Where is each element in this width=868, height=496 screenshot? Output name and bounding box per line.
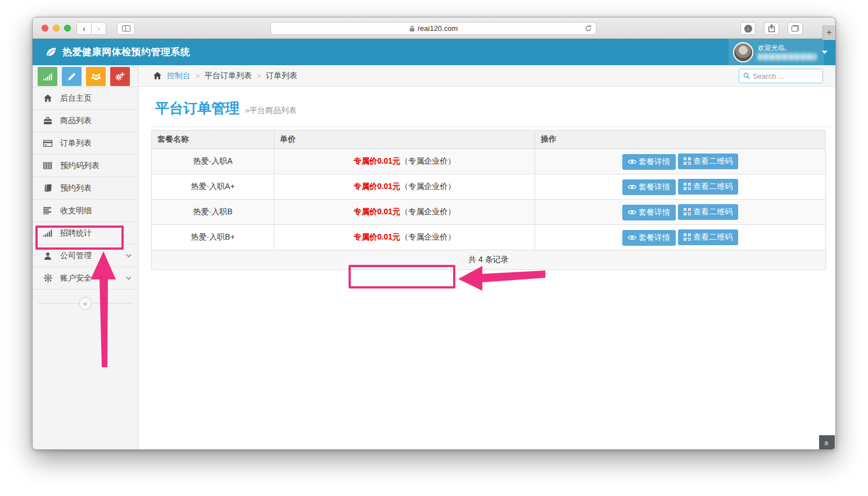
quick-button-settings[interactable] <box>110 67 130 86</box>
cell-package-name: 热爱·入职B+ <box>152 225 274 250</box>
credit-card-icon <box>43 140 53 147</box>
sidebar-collapse-button[interactable]: « <box>79 297 92 310</box>
section-divider <box>151 127 830 127</box>
user-icon <box>43 252 53 260</box>
price-note: （专属企业价） <box>400 182 455 191</box>
record-count: 共 4 条记录 <box>152 250 826 270</box>
quick-button-members[interactable] <box>86 67 106 86</box>
minimize-window-button[interactable] <box>53 25 60 31</box>
browser-back-button[interactable]: ‹ <box>76 22 92 35</box>
sidebar-item-barcode[interactable]: 预约码列表 <box>33 155 138 177</box>
gear-icon <box>43 274 53 282</box>
share-button[interactable] <box>764 22 779 35</box>
view-qrcode-button[interactable]: 查看二维码 <box>678 179 738 195</box>
app-title: 热爱健康网体检预约管理系统 <box>62 46 191 58</box>
sidebar-collapse-row: « <box>33 295 138 312</box>
breadcrumb-separator: > <box>257 72 261 80</box>
table-row: 热爱·入职B+ 专属价0.01元（专属企业价） 套餐详情查看二维码 <box>152 225 826 250</box>
breadcrumb-item: 平台订单列表 <box>205 71 252 81</box>
price-highlight: 专属价0.01元 <box>354 232 400 241</box>
sidebar-item-list[interactable]: 收支明细 <box>33 200 138 222</box>
tabs-icon <box>792 25 799 31</box>
search-icon <box>743 72 750 80</box>
qr-icon <box>684 183 691 190</box>
url-bar[interactable]: reai120.com <box>270 22 596 35</box>
bar-chart-icon <box>43 229 53 237</box>
gears-icon <box>115 72 125 81</box>
view-qrcode-button[interactable]: 查看二维码 <box>678 204 738 220</box>
table-row: 热爱·入职B 专属价0.01元（专属企业价） 套餐详情查看二维码 <box>152 200 826 225</box>
view-qrcode-button[interactable]: 查看二维码 <box>678 229 738 245</box>
url-text: reai120.com <box>418 24 458 33</box>
content-area: 控制台>平台订单列表>订单列表 平台订单管理 »平台商品列表 <box>138 65 835 450</box>
sidebar-item-user[interactable]: 公司管理 <box>33 245 138 267</box>
new-tab-button[interactable]: + <box>822 25 835 40</box>
search-box[interactable] <box>739 69 823 83</box>
page-subtitle: »平台商品列表 <box>245 106 297 116</box>
downloads-button[interactable]: ↓ <box>740 22 756 35</box>
caret-down-icon <box>822 51 828 54</box>
sidebar-item-bar-chart[interactable]: 招聘统计 <box>33 222 138 245</box>
main-panel: 平台订单管理 »平台商品列表 套餐名称 单价 操作 热爱·入职A 专属 <box>138 87 835 270</box>
briefcase-icon <box>43 117 53 125</box>
chevron-down-icon <box>126 252 132 258</box>
cell-actions: 套餐详情查看二维码 <box>535 174 826 200</box>
close-window-button[interactable] <box>42 25 48 31</box>
cell-actions: 套餐详情查看二维码 <box>535 149 826 174</box>
table-row: 热爱·入职A+ 专属价0.01元（专属企业价） 套餐详情查看二维码 <box>152 174 826 200</box>
sidebar-item-home[interactable]: 后台主页 <box>33 87 138 110</box>
browser-sidebar-toggle-button[interactable] <box>117 22 135 35</box>
breadcrumb-item[interactable]: 控制台 <box>167 71 191 81</box>
price-highlight: 专属价0.01元 <box>354 182 400 191</box>
package-detail-button[interactable]: 套餐详情 <box>622 205 676 220</box>
show-tabs-button[interactable] <box>788 22 803 35</box>
cell-package-name: 热爱·入职A+ <box>152 174 274 200</box>
chevron-down-icon <box>126 274 132 280</box>
user-id-redacted <box>758 53 816 60</box>
zoom-window-button[interactable] <box>64 25 71 31</box>
browser-titlebar: ‹ › reai120.com ↓ <box>33 17 835 39</box>
breadcrumb-separator: > <box>196 72 200 80</box>
package-detail-button[interactable]: 套餐详情 <box>622 230 676 246</box>
breadcrumb-item: 订单列表 <box>266 71 297 81</box>
cell-actions: 套餐详情查看二维码 <box>535 200 826 225</box>
back-to-top-button[interactable]: « <box>819 435 835 450</box>
qr-icon <box>684 208 691 215</box>
download-icon: ↓ <box>744 25 752 33</box>
eye-icon <box>628 184 636 190</box>
reload-button[interactable] <box>585 25 592 34</box>
package-detail-button[interactable]: 套餐详情 <box>622 179 676 195</box>
product-table: 套餐名称 单价 操作 热爱·入职A 专属价0.01元（专属企业价） 套餐详情查看… <box>151 130 826 270</box>
cell-actions: 套餐详情查看二维码 <box>535 225 826 250</box>
users-icon <box>91 73 101 80</box>
sidebar-item-credit-card[interactable]: 订单列表 <box>33 132 138 155</box>
qr-icon <box>684 157 691 165</box>
breadcrumb: 控制台>平台订单列表>订单列表 <box>138 65 835 87</box>
package-detail-button[interactable]: 套餐详情 <box>622 154 676 170</box>
barcode-icon <box>43 162 53 169</box>
eye-icon <box>628 209 636 215</box>
search-input[interactable] <box>753 72 819 80</box>
quick-button-stats[interactable] <box>38 67 57 86</box>
sidebar-item-briefcase[interactable]: 商品列表 <box>33 110 138 132</box>
quick-button-edit[interactable] <box>62 67 82 86</box>
user-avatar <box>733 42 753 62</box>
book-icon <box>43 184 53 192</box>
reload-icon <box>585 25 592 32</box>
price-note: （专属企业价） <box>400 232 455 241</box>
cell-unit-price: 专属价0.01元（专属企业价） <box>274 174 535 200</box>
share-icon <box>768 24 775 33</box>
view-qrcode-button[interactable]: 查看二维码 <box>678 154 738 169</box>
leaf-logo-icon <box>45 46 57 58</box>
user-menu[interactable]: 欢迎光临, <box>729 39 824 65</box>
app-header: 热爱健康网体检预约管理系统 欢迎光临, <box>33 39 835 65</box>
welcome-text: 欢迎光临, <box>758 44 816 52</box>
sidebar-item-book[interactable]: 预约列表 <box>33 177 138 200</box>
qr-icon <box>684 233 691 241</box>
sidebar-item-gear[interactable]: 账户安全 <box>33 267 138 290</box>
user-greeting: 欢迎光临, <box>758 44 816 60</box>
eye-icon <box>628 235 636 241</box>
home-icon <box>43 94 53 102</box>
browser-forward-button[interactable]: › <box>91 22 106 35</box>
app-brand: 热爱健康网体检预约管理系统 <box>33 46 191 58</box>
